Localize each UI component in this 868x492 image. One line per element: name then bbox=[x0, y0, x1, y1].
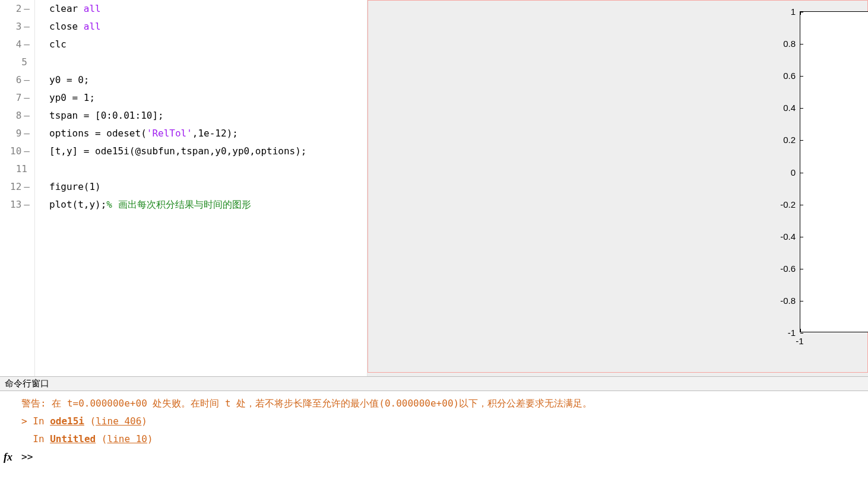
trace-prefix: > In bbox=[21, 415, 50, 427]
y-tick-label: 0.6 bbox=[767, 71, 796, 81]
paren-close: ) bbox=[141, 415, 147, 427]
code-line[interactable]: figure(1) bbox=[49, 178, 367, 196]
stack-trace-line-1: > In ode15i (line 406) bbox=[21, 412, 863, 430]
code-line[interactable] bbox=[49, 160, 367, 178]
editor-gutter: 2—3—4—5 6—7—8—9—10—11 12—13— bbox=[0, 0, 35, 376]
trace-line-link[interactable]: line 10 bbox=[107, 433, 147, 445]
command-window-title: 命令行窗口 bbox=[0, 377, 868, 391]
fx-icon[interactable]: fx bbox=[4, 448, 12, 466]
x-tick-mark bbox=[800, 12, 801, 15]
code-line[interactable]: clear all bbox=[49, 0, 367, 18]
y-tick-label: -0.2 bbox=[767, 199, 796, 209]
trace-function-link[interactable]: Untitled bbox=[50, 433, 96, 445]
y-tick-mark bbox=[800, 269, 803, 269]
y-tick-mark bbox=[800, 44, 803, 45]
gutter-line: 6— bbox=[0, 71, 34, 89]
code-line[interactable]: tspan = [0:0.01:10]; bbox=[49, 107, 367, 125]
code-line[interactable]: clc bbox=[49, 36, 367, 53]
stack-trace-line-2: In Untitled (line 10) bbox=[21, 430, 863, 448]
y-tick-label: 0 bbox=[767, 167, 796, 177]
y-tick-label: 0.2 bbox=[767, 135, 796, 145]
x-tick-label: -1 bbox=[782, 336, 818, 346]
top-split: 2—3—4—5 6—7—8—9—10—11 12—13— clear allcl… bbox=[0, 0, 868, 376]
code-line[interactable]: y0 = 0; bbox=[49, 71, 367, 89]
trace-function-link[interactable]: ode15i bbox=[50, 415, 84, 427]
figure-border bbox=[368, 0, 868, 373]
gutter-line: 11 bbox=[0, 160, 34, 178]
plot-axes[interactable] bbox=[800, 11, 868, 332]
code-line[interactable]: plot(t,y);% 画出每次积分结果与时间的图形 bbox=[49, 196, 367, 214]
code-line[interactable] bbox=[49, 53, 367, 71]
gutter-line: 4— bbox=[0, 36, 34, 53]
y-tick-label: 0.4 bbox=[767, 103, 796, 113]
y-tick-mark bbox=[800, 237, 803, 237]
gutter-line: 3— bbox=[0, 18, 34, 36]
trace-line-link[interactable]: line 406 bbox=[96, 415, 141, 427]
y-tick-label: -0.4 bbox=[767, 231, 796, 241]
y-tick-mark bbox=[800, 173, 803, 173]
editor-pane[interactable]: 2—3—4—5 6—7—8—9—10—11 12—13— clear allcl… bbox=[0, 0, 368, 376]
code-line[interactable]: close all bbox=[49, 18, 367, 36]
gutter-line: 10— bbox=[0, 142, 34, 160]
command-window-panel: 命令行窗口 警告: 在 t=0.000000e+00 处失败。在时间 t 处，若… bbox=[0, 376, 868, 471]
y-tick-label: 0.8 bbox=[767, 39, 796, 49]
command-window-body[interactable]: 警告: 在 t=0.000000e+00 处失败。在时间 t 处，若不将步长降至… bbox=[0, 391, 868, 471]
y-tick-mark bbox=[800, 301, 803, 301]
y-tick-label: 1 bbox=[767, 7, 796, 17]
editor-code[interactable]: clear allclose allclcy0 = 0;yp0 = 1;tspa… bbox=[35, 0, 367, 376]
gutter-line: 7— bbox=[0, 89, 34, 107]
y-tick-label: -0.6 bbox=[767, 263, 796, 273]
y-tick-mark bbox=[800, 76, 803, 77]
gutter-line: 9— bbox=[0, 125, 34, 142]
x-tick-mark bbox=[800, 329, 801, 332]
y-tick-mark bbox=[800, 108, 803, 109]
code-line[interactable]: [t,y] = ode15i(@subfun,tspan,y0,yp0,opti… bbox=[49, 142, 367, 160]
warning-line: 警告: 在 t=0.000000e+00 处失败。在时间 t 处，若不将步长降至… bbox=[21, 395, 863, 412]
y-tick-label: -0.8 bbox=[767, 295, 796, 305]
y-tick-mark bbox=[800, 205, 803, 205]
gutter-line: 13— bbox=[0, 196, 34, 214]
prompt-line[interactable]: fx>> bbox=[21, 448, 863, 466]
gutter-line: 8— bbox=[0, 107, 34, 125]
gutter-line: 2— bbox=[0, 0, 34, 18]
figure-pane: -1-0.8-0.6-0.4-0.200.20.40.60.81-1-0.500… bbox=[368, 0, 868, 376]
gutter-line: 12— bbox=[0, 178, 34, 196]
paren-close: ) bbox=[147, 433, 153, 445]
trace-prefix: In bbox=[21, 433, 50, 445]
paren-open: ( bbox=[84, 415, 96, 427]
paren-open: ( bbox=[96, 433, 107, 445]
gutter-line: 5 bbox=[0, 53, 34, 71]
code-line[interactable]: yp0 = 1; bbox=[49, 89, 367, 107]
y-tick-mark bbox=[800, 333, 803, 334]
y-tick-mark bbox=[800, 140, 803, 141]
command-prompt: >> bbox=[21, 451, 39, 462]
code-line[interactable]: options = odeset('RelTol',1e-12); bbox=[49, 125, 367, 142]
